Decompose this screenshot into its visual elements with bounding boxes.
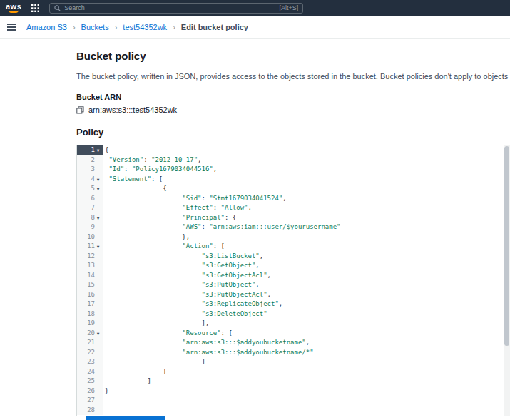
editor-line[interactable]: 6 "Sid": "Stmt1679034041524", <box>77 194 510 204</box>
line-number[interactable]: 18 <box>77 309 103 319</box>
editor-line[interactable]: 16 "s3:PutObjectAcl", <box>77 290 510 300</box>
editor-line[interactable]: 11▼ "Action": [ <box>77 242 510 252</box>
line-number[interactable]: 20▼ <box>77 329 103 339</box>
search-icon <box>54 5 61 11</box>
code-text: "s3:GetObject", <box>103 261 510 271</box>
code-text: { <box>103 145 510 155</box>
line-number[interactable]: 10 <box>77 232 103 242</box>
line-number[interactable]: 25 <box>77 377 103 386</box>
line-number[interactable]: 13 <box>77 261 103 271</box>
fold-arrow-icon[interactable]: ▼ <box>95 175 101 185</box>
code-text: "s3:PutObject", <box>103 280 510 290</box>
line-number[interactable]: 17 <box>77 299 103 309</box>
editor-line[interactable]: 7 "Effect": "Allow", <box>77 203 510 213</box>
code-text: ], <box>103 319 510 329</box>
line-number[interactable]: 11▼ <box>77 242 103 252</box>
editor-line[interactable]: 9 "AWS": "arn:aws:iam:::user/$youruserna… <box>77 222 510 232</box>
code-text: "s3:ListBucket", <box>103 252 510 262</box>
line-number[interactable]: 9 <box>77 222 103 232</box>
breadcrumb-separator: › <box>115 23 118 31</box>
line-number[interactable]: 26 <box>77 386 103 396</box>
code-text: "Effect": "Allow", <box>103 203 510 213</box>
editor-line[interactable]: 22 "arn:aws:s3:::$addyoubucketname/*" <box>77 348 510 358</box>
line-number[interactable]: 6 <box>77 194 103 204</box>
fold-arrow-icon[interactable]: ▼ <box>95 329 101 339</box>
primary-action-button[interactable] <box>86 416 165 420</box>
code-text: "s3:PutObjectAcl", <box>103 290 510 300</box>
line-number[interactable]: 19 <box>77 319 103 329</box>
line-number[interactable]: 5▼ <box>77 184 103 194</box>
editor-scrollbar[interactable] <box>504 145 510 416</box>
editor-line[interactable]: 25 ] <box>77 377 510 386</box>
fold-arrow-icon[interactable]: ▼ <box>95 213 101 223</box>
breadcrumb-separator: › <box>73 23 76 31</box>
fold-arrow-icon[interactable]: ▼ <box>95 145 101 155</box>
editor-line[interactable]: 21 "arn:aws:s3:::$addyoubucketname", <box>77 338 510 348</box>
editor-line[interactable]: 24 } <box>77 367 510 377</box>
line-number[interactable]: 27 <box>77 396 103 406</box>
editor-line[interactable]: 2 "Version": "2012-10-17", <box>77 155 510 165</box>
menu-icon[interactable] <box>7 24 16 31</box>
editor-line[interactable]: 12 "s3:ListBucket", <box>77 252 510 262</box>
search-shortcut: [Alt+S] <box>280 4 299 11</box>
editor-line[interactable]: 27 <box>77 396 510 406</box>
code-text: } <box>103 367 510 377</box>
breadcrumb-current-page: Edit bucket policy <box>181 23 248 31</box>
fold-arrow-icon[interactable]: ▼ <box>95 242 101 252</box>
search-input[interactable]: Search [Alt+S] <box>49 3 303 14</box>
editor-line[interactable]: 19 ], <box>77 319 510 329</box>
line-number[interactable]: 16 <box>77 290 103 300</box>
line-number[interactable]: 1▼ <box>77 145 103 155</box>
line-number[interactable]: 28 <box>77 406 103 416</box>
editor-line[interactable]: 23 ] <box>77 357 510 367</box>
code-text: "Id": "Policy1679034044516", <box>103 165 510 175</box>
line-number[interactable]: 4▼ <box>77 175 103 185</box>
editor-line[interactable]: 15 "s3:PutObject", <box>77 280 510 290</box>
editor-line[interactable]: 1▼{ <box>77 145 510 155</box>
line-number[interactable]: 24 <box>77 367 103 377</box>
editor-line[interactable]: 8▼ "Principal": { <box>77 213 510 223</box>
line-number[interactable]: 21 <box>77 338 103 348</box>
line-number[interactable]: 23 <box>77 357 103 367</box>
policy-editor[interactable]: 1▼{2 "Version": "2012-10-17",3 "Id": "Po… <box>76 145 510 416</box>
line-number[interactable]: 12 <box>77 252 103 262</box>
policy-label: Policy <box>76 127 510 138</box>
line-number[interactable]: 14 <box>77 271 103 281</box>
code-text: ] <box>103 357 510 367</box>
editor-line[interactable]: 26 } <box>77 386 510 396</box>
editor-line[interactable]: 14 "s3:GetObjectAcl", <box>77 271 510 281</box>
code-text: "s3:ReplicateObject", <box>103 299 510 309</box>
breadcrumb-buckets[interactable]: Buckets <box>81 23 109 31</box>
editor-line[interactable]: 20▼ "Resource": [ <box>77 329 510 339</box>
line-number[interactable]: 22 <box>77 348 103 358</box>
page: aws Search [Alt+S] Amazon S3 › Buck <box>0 0 510 420</box>
bucket-arn-value: arn:aws:s3:::test54352wk <box>88 106 177 114</box>
editor-line[interactable]: 18 "s3:DeleteObject" <box>77 309 510 319</box>
services-grid-icon[interactable] <box>31 4 39 12</box>
editor-line[interactable]: 17 "s3:ReplicateObject", <box>77 299 510 309</box>
breadcrumb-bucket-name[interactable]: test54352wk <box>123 23 167 31</box>
editor-line[interactable]: 5▼ { <box>77 184 510 194</box>
line-number[interactable]: 7 <box>77 203 103 213</box>
policy-editor-lines: 1▼{2 "Version": "2012-10-17",3 "Id": "Po… <box>77 145 510 415</box>
line-number[interactable]: 8▼ <box>77 213 103 223</box>
editor-line[interactable]: 10 }, <box>77 232 510 242</box>
code-text: }, <box>103 232 510 242</box>
line-number[interactable]: 15 <box>77 280 103 290</box>
editor-line[interactable]: 13 "s3:GetObject", <box>77 261 510 271</box>
editor-line[interactable]: 4▼ "Statement": [ <box>77 175 510 185</box>
code-text: "arn:aws:s3:::$addyoubucketname/*" <box>103 348 510 358</box>
breadcrumb-amazon-s3[interactable]: Amazon S3 <box>26 23 67 31</box>
copy-icon[interactable] <box>76 106 84 114</box>
fold-arrow-icon[interactable]: ▼ <box>95 184 101 194</box>
line-number[interactable]: 3 <box>77 165 103 175</box>
aws-logo-smile-icon <box>9 10 19 13</box>
editor-line[interactable]: 28 <box>77 406 510 416</box>
editor-line[interactable]: 3 "Id": "Policy1679034044516", <box>77 165 510 175</box>
line-number[interactable]: 2 <box>77 155 103 165</box>
aws-logo[interactable]: aws <box>6 3 21 13</box>
code-text: "Version": "2012-10-17", <box>103 155 510 165</box>
code-text: "arn:aws:s3:::$addyoubucketname", <box>103 338 510 348</box>
editor-scrollbar-thumb[interactable] <box>504 146 509 346</box>
breadcrumb: Amazon S3 › Buckets › test54352wk › Edit… <box>0 16 510 39</box>
